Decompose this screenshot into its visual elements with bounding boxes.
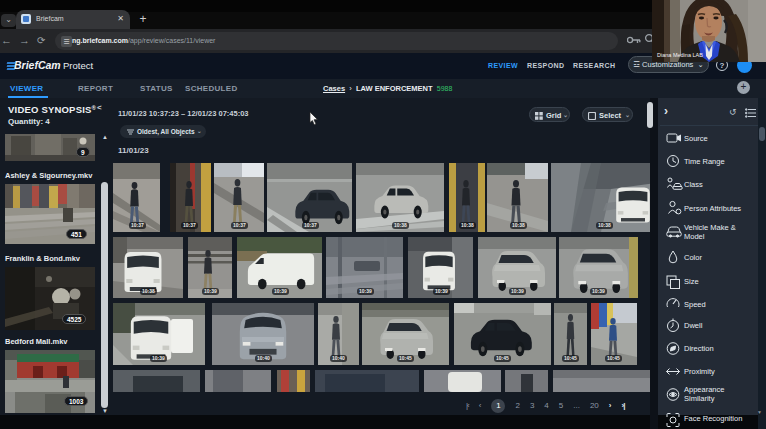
svg-text:Diana Medina LAB: Diana Medina LAB [657,52,703,58]
